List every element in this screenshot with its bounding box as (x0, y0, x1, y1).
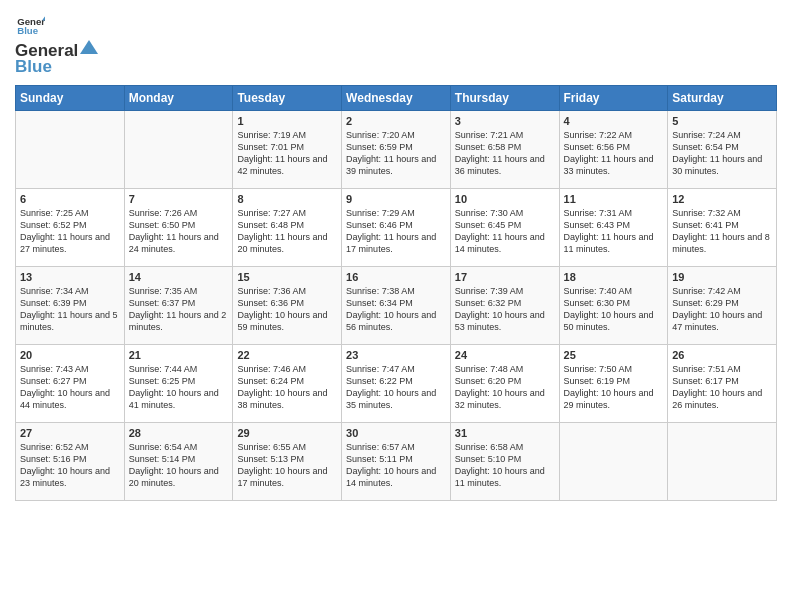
calendar-cell: 9Sunrise: 7:29 AMSunset: 6:46 PMDaylight… (342, 189, 451, 267)
calendar-cell: 17Sunrise: 7:39 AMSunset: 6:32 PMDayligh… (450, 267, 559, 345)
cell-text-line: Sunset: 6:46 PM (346, 219, 446, 231)
cell-text-line: Daylight: 10 hours and 38 minutes. (237, 387, 337, 411)
cell-text-line: Daylight: 11 hours and 27 minutes. (20, 231, 120, 255)
cell-text-line: Sunrise: 7:48 AM (455, 363, 555, 375)
day-number: 15 (237, 271, 337, 283)
svg-marker-3 (80, 40, 98, 54)
day-number: 20 (20, 349, 120, 361)
day-number: 1 (237, 115, 337, 127)
cell-text-line: Daylight: 10 hours and 23 minutes. (20, 465, 120, 489)
cell-text-line: Sunrise: 6:54 AM (129, 441, 229, 453)
day-number: 31 (455, 427, 555, 439)
calendar-cell: 26Sunrise: 7:51 AMSunset: 6:17 PMDayligh… (668, 345, 777, 423)
cell-text-line: Daylight: 10 hours and 35 minutes. (346, 387, 446, 411)
cell-text-line: Sunset: 6:34 PM (346, 297, 446, 309)
cell-text-line: Daylight: 11 hours and 30 minutes. (672, 153, 772, 177)
calendar-cell: 30Sunrise: 6:57 AMSunset: 5:11 PMDayligh… (342, 423, 451, 501)
calendar-cell: 31Sunrise: 6:58 AMSunset: 5:10 PMDayligh… (450, 423, 559, 501)
cell-text-line: Sunset: 6:22 PM (346, 375, 446, 387)
day-number: 10 (455, 193, 555, 205)
cell-text-line: Sunset: 5:11 PM (346, 453, 446, 465)
cell-text-line: Daylight: 11 hours and 5 minutes. (20, 309, 120, 333)
cell-text-line: Sunset: 6:19 PM (564, 375, 664, 387)
cell-text-line: Sunrise: 7:44 AM (129, 363, 229, 375)
cell-text-line: Sunrise: 6:55 AM (237, 441, 337, 453)
day-number: 21 (129, 349, 229, 361)
cell-text-line: Sunrise: 7:30 AM (455, 207, 555, 219)
cell-text-line: Daylight: 10 hours and 56 minutes. (346, 309, 446, 333)
cell-text-line: Sunset: 6:59 PM (346, 141, 446, 153)
page: General Blue General Blue SundayMonday (0, 0, 792, 612)
day-number: 14 (129, 271, 229, 283)
cell-text-line: Sunset: 6:27 PM (20, 375, 120, 387)
cell-text-line: Sunset: 6:25 PM (129, 375, 229, 387)
cell-text-line: Daylight: 10 hours and 41 minutes. (129, 387, 229, 411)
cell-text-line: Daylight: 10 hours and 14 minutes. (346, 465, 446, 489)
cell-text-line: Sunrise: 7:46 AM (237, 363, 337, 375)
day-number: 9 (346, 193, 446, 205)
cell-text-line: Sunset: 6:54 PM (672, 141, 772, 153)
day-number: 3 (455, 115, 555, 127)
cell-text-line: Sunset: 6:32 PM (455, 297, 555, 309)
day-number: 23 (346, 349, 446, 361)
calendar-cell: 18Sunrise: 7:40 AMSunset: 6:30 PMDayligh… (559, 267, 668, 345)
calendar-cell: 11Sunrise: 7:31 AMSunset: 6:43 PMDayligh… (559, 189, 668, 267)
cell-text-line: Sunset: 5:13 PM (237, 453, 337, 465)
cell-text-line: Sunset: 6:29 PM (672, 297, 772, 309)
day-header-saturday: Saturday (668, 86, 777, 111)
cell-text-line: Sunrise: 7:47 AM (346, 363, 446, 375)
day-number: 8 (237, 193, 337, 205)
cell-text-line: Daylight: 11 hours and 8 minutes. (672, 231, 772, 255)
day-number: 22 (237, 349, 337, 361)
day-number: 27 (20, 427, 120, 439)
calendar-cell: 6Sunrise: 7:25 AMSunset: 6:52 PMDaylight… (16, 189, 125, 267)
calendar-cell: 19Sunrise: 7:42 AMSunset: 6:29 PMDayligh… (668, 267, 777, 345)
calendar-cell (16, 111, 125, 189)
cell-text-line: Daylight: 11 hours and 42 minutes. (237, 153, 337, 177)
cell-text-line: Sunset: 7:01 PM (237, 141, 337, 153)
cell-text-line: Sunrise: 7:38 AM (346, 285, 446, 297)
calendar-cell (559, 423, 668, 501)
cell-text-line: Sunrise: 7:20 AM (346, 129, 446, 141)
cell-text-line: Daylight: 10 hours and 20 minutes. (129, 465, 229, 489)
day-number: 29 (237, 427, 337, 439)
cell-text-line: Daylight: 11 hours and 36 minutes. (455, 153, 555, 177)
header: General Blue General Blue (15, 15, 777, 77)
cell-text-line: Sunset: 6:45 PM (455, 219, 555, 231)
cell-text-line: Daylight: 10 hours and 11 minutes. (455, 465, 555, 489)
cell-text-line: Daylight: 11 hours and 20 minutes. (237, 231, 337, 255)
calendar-cell: 7Sunrise: 7:26 AMSunset: 6:50 PMDaylight… (124, 189, 233, 267)
cell-text-line: Sunset: 6:36 PM (237, 297, 337, 309)
cell-text-line: Sunrise: 7:42 AM (672, 285, 772, 297)
cell-text-line: Daylight: 11 hours and 24 minutes. (129, 231, 229, 255)
cell-text-line: Daylight: 10 hours and 29 minutes. (564, 387, 664, 411)
calendar-cell: 21Sunrise: 7:44 AMSunset: 6:25 PMDayligh… (124, 345, 233, 423)
cell-text-line: Daylight: 11 hours and 14 minutes. (455, 231, 555, 255)
calendar-week-row: 1Sunrise: 7:19 AMSunset: 7:01 PMDaylight… (16, 111, 777, 189)
cell-text-line: Sunset: 5:16 PM (20, 453, 120, 465)
cell-text-line: Sunset: 6:17 PM (672, 375, 772, 387)
cell-text-line: Daylight: 10 hours and 53 minutes. (455, 309, 555, 333)
day-number: 4 (564, 115, 664, 127)
cell-text-line: Daylight: 10 hours and 44 minutes. (20, 387, 120, 411)
calendar-cell: 12Sunrise: 7:32 AMSunset: 6:41 PMDayligh… (668, 189, 777, 267)
cell-text-line: Sunset: 6:50 PM (129, 219, 229, 231)
calendar-cell: 4Sunrise: 7:22 AMSunset: 6:56 PMDaylight… (559, 111, 668, 189)
cell-text-line: Sunrise: 7:25 AM (20, 207, 120, 219)
day-header-friday: Friday (559, 86, 668, 111)
cell-text-line: Sunset: 5:10 PM (455, 453, 555, 465)
cell-text-line: Sunrise: 7:35 AM (129, 285, 229, 297)
calendar-cell: 5Sunrise: 7:24 AMSunset: 6:54 PMDaylight… (668, 111, 777, 189)
day-header-tuesday: Tuesday (233, 86, 342, 111)
calendar-cell: 28Sunrise: 6:54 AMSunset: 5:14 PMDayligh… (124, 423, 233, 501)
calendar-cell: 24Sunrise: 7:48 AMSunset: 6:20 PMDayligh… (450, 345, 559, 423)
cell-text-line: Sunrise: 7:43 AM (20, 363, 120, 375)
day-number: 17 (455, 271, 555, 283)
calendar-week-row: 13Sunrise: 7:34 AMSunset: 6:39 PMDayligh… (16, 267, 777, 345)
day-number: 19 (672, 271, 772, 283)
calendar-header-row: SundayMondayTuesdayWednesdayThursdayFrid… (16, 86, 777, 111)
calendar-cell: 2Sunrise: 7:20 AMSunset: 6:59 PMDaylight… (342, 111, 451, 189)
cell-text-line: Sunrise: 6:58 AM (455, 441, 555, 453)
day-number: 6 (20, 193, 120, 205)
calendar-cell: 23Sunrise: 7:47 AMSunset: 6:22 PMDayligh… (342, 345, 451, 423)
